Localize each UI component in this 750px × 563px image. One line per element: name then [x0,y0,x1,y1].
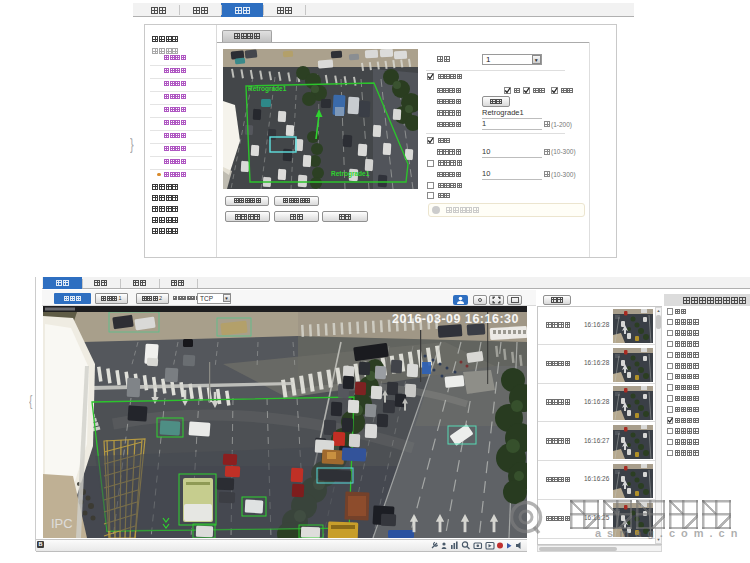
svg-text:IPC: IPC [51,516,73,531]
svg-text:Retrograde1: Retrograde1 [248,85,287,93]
svg-text:Retrograde1: Retrograde1 [331,170,370,178]
svg-text:2016-03-09 16:16:30: 2016-03-09 16:16:30 [392,312,519,326]
